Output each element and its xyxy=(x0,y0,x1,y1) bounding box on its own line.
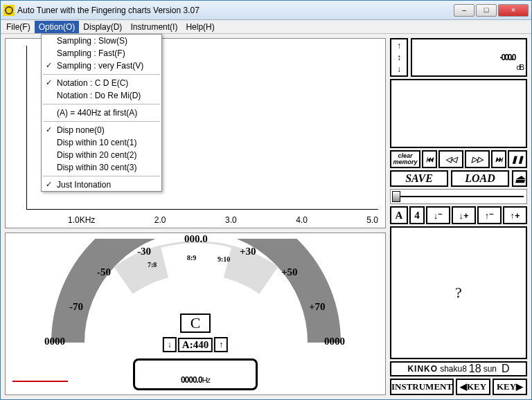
meter-ratio-910: 9:10 xyxy=(218,255,230,263)
opt-just-intonation[interactable]: Just Intonation xyxy=(42,179,161,191)
meter-left-0000: 0000 xyxy=(44,336,65,347)
pitch-up-minus-button[interactable]: ↑⁻ xyxy=(477,206,502,224)
opt-disp-20[interactable]: Disp within 20 cent(2) xyxy=(42,149,161,161)
menu-display[interactable]: Display(D) xyxy=(79,21,126,33)
meter-m70: -70 xyxy=(69,301,83,313)
opt-sampling-vfast[interactable]: Sampling : very Fast(V) xyxy=(42,60,161,72)
maximize-button[interactable]: □ xyxy=(476,4,497,17)
opt-disp-30[interactable]: Disp within 30 cent(3) xyxy=(42,161,161,174)
forward-button[interactable]: ▷▷ xyxy=(465,150,490,168)
meter-p30: +30 xyxy=(240,246,256,257)
meter-p50: +50 xyxy=(281,266,298,278)
minimize-button[interactable]: – xyxy=(454,4,475,17)
opt-notation-cde[interactable]: Notation : C D E(C) xyxy=(42,77,161,89)
pitch-down-minus-button[interactable]: ↓⁻ xyxy=(426,206,450,224)
opt-sampling-slow[interactable]: Sampling : Slow(S) xyxy=(42,35,161,47)
readout-mid-button[interactable]: ↕ xyxy=(391,51,407,63)
key-prev-button[interactable]: ◀KEY xyxy=(456,379,490,395)
menu-instrument[interactable]: Instrument(I) xyxy=(126,21,181,33)
key-next-button[interactable]: KEY▶ xyxy=(493,379,527,395)
spectrum-tick: 3.0 xyxy=(225,215,237,225)
spectrum-tick: 4.0 xyxy=(296,215,308,225)
meter-m30: -30 xyxy=(137,246,151,257)
save-button[interactable]: SAVE xyxy=(390,170,448,187)
instrument-button[interactable]: INSTRUMENT xyxy=(390,379,454,395)
fingering-display: ? xyxy=(390,226,527,359)
forward-end-button[interactable]: ⏭ xyxy=(491,150,506,168)
load-button[interactable]: LOAD xyxy=(451,170,509,187)
tuner-meter: 000.0 -30 +30 -50 +50 -70 +70 0000 0000 … xyxy=(5,233,386,395)
pause-button[interactable]: ❚❚ xyxy=(508,150,527,168)
window-title: Auto Tuner with the Fingering charts Ver… xyxy=(17,6,452,15)
clear-memory-button[interactable]: clear memory xyxy=(390,150,420,168)
spectrum-tick: 5.0 xyxy=(366,215,378,225)
spectrum-tick: 1.0KHz xyxy=(68,215,95,225)
option-dropdown: Sampling : Slow(S) Sampling : Fast(F) Sa… xyxy=(41,34,162,192)
meter-right-0000: 0000 xyxy=(324,336,345,347)
opt-disp-none[interactable]: Disp none(0) xyxy=(42,124,161,136)
a-label: A xyxy=(390,206,408,224)
instrument-info: KINKO shaku8 18sun D xyxy=(390,361,527,376)
readout-down-button[interactable]: ↓ xyxy=(391,64,407,75)
rewind-button[interactable]: ◁◁ xyxy=(438,150,463,168)
pitch-up-plus-button[interactable]: ↑+ xyxy=(503,206,527,224)
menu-file[interactable]: File(F) xyxy=(2,21,35,33)
app-icon xyxy=(3,5,15,16)
menu-help[interactable]: Help(H) xyxy=(181,21,218,33)
pitch-down-plus-button[interactable]: ↓+ xyxy=(452,206,476,224)
close-button[interactable]: × xyxy=(498,4,529,17)
db-display: -000.0dB xyxy=(411,38,527,77)
volume-slider[interactable] xyxy=(390,189,527,204)
a440-value: A:440 xyxy=(178,338,213,352)
menu-bar: File(F) Option(O) Display(D) Instrument(… xyxy=(1,20,531,34)
spectrum-tick: 2.0 xyxy=(154,215,166,225)
a440-up-button[interactable]: ↑ xyxy=(214,337,228,352)
menu-option[interactable]: Option(O) xyxy=(35,21,80,33)
a-octave: 4 xyxy=(409,206,425,224)
opt-sampling-fast[interactable]: Sampling : Fast(F) xyxy=(42,47,161,60)
meter-ratio-89: 8:9 xyxy=(187,254,196,262)
opt-disp-10[interactable]: Disp within 10 cent(1) xyxy=(42,136,161,149)
meter-p70: +70 xyxy=(309,301,326,313)
eject-button[interactable]: ⏏ xyxy=(512,170,527,187)
red-marker xyxy=(12,381,68,382)
readout-up-button[interactable]: ↑ xyxy=(391,39,407,51)
meter-top-label: 000.0 xyxy=(184,233,208,245)
a440-down-button[interactable]: ↓ xyxy=(163,337,177,352)
rewind-start-button[interactable]: ⏮ xyxy=(422,150,437,168)
opt-notation-doremi[interactable]: Notation : Do Re Mi(D) xyxy=(42,89,161,102)
note-display: C xyxy=(180,313,211,333)
meter-m50: -50 xyxy=(97,266,111,278)
hz-display: 0000.0Hz xyxy=(133,358,258,390)
opt-a440[interactable]: (A) = 440Hz at first(A) xyxy=(42,107,161,119)
meter-ratio-78: 7:8 xyxy=(148,261,157,269)
graph-box xyxy=(390,79,527,148)
